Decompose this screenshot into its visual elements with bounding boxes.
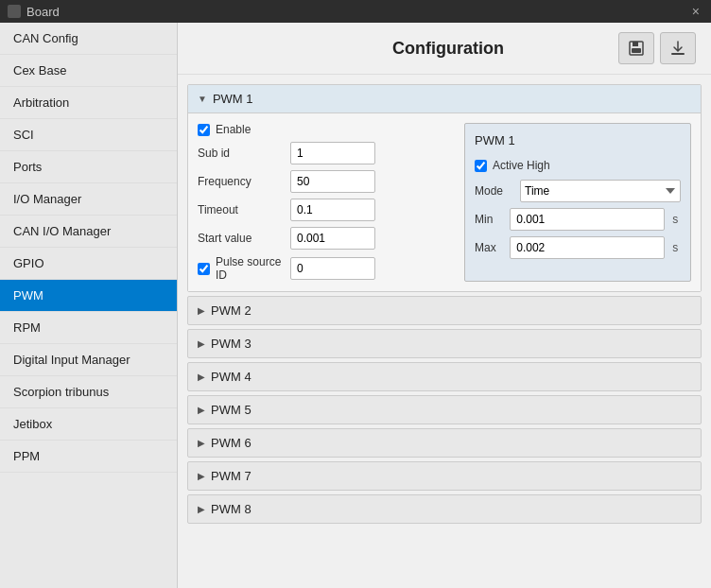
sidebar-item-pwm[interactable]: PWM xyxy=(0,280,177,312)
pwm2-section: ▶ PWM 2 xyxy=(187,296,702,325)
pwm8-arrow-icon: ▶ xyxy=(198,504,205,514)
title-bar-text: Board xyxy=(26,5,60,19)
pwm1-left-form: Enable Sub id Frequency Timeout xyxy=(198,123,449,282)
sidebar-item-ppm[interactable]: PPM xyxy=(0,441,177,473)
max-row: Max s xyxy=(475,236,681,259)
pwm5-title: PWM 5 xyxy=(211,403,251,417)
startvalue-label: Start value xyxy=(198,232,283,245)
startvalue-row: Start value xyxy=(198,227,449,250)
sidebar-item-rpm[interactable]: RPM xyxy=(0,312,177,344)
download-button[interactable] xyxy=(660,32,696,64)
pwm2-header[interactable]: ▶ PWM 2 xyxy=(188,297,701,324)
svg-rect-1 xyxy=(633,42,638,46)
pwm6-title: PWM 6 xyxy=(211,436,251,450)
pwm1-header[interactable]: ▼ PWM 1 xyxy=(188,85,701,112)
pwm4-section: ▶ PWM 4 xyxy=(187,362,702,391)
pulsesourceid-input[interactable] xyxy=(290,257,375,280)
pwm4-arrow-icon: ▶ xyxy=(198,372,205,382)
pwm6-arrow-icon: ▶ xyxy=(198,438,205,448)
pwm8-title: PWM 8 xyxy=(211,502,251,516)
pwm7-arrow-icon: ▶ xyxy=(198,471,205,481)
max-label: Max xyxy=(475,241,502,254)
svg-rect-2 xyxy=(632,48,641,53)
frequency-input[interactable] xyxy=(290,170,375,193)
pwm6-section: ▶ PWM 6 xyxy=(187,428,702,458)
pwm3-section: ▶ PWM 3 xyxy=(187,329,702,358)
timeout-input[interactable] xyxy=(290,199,375,221)
page-title: Configuration xyxy=(278,39,618,59)
min-label: Min xyxy=(475,213,502,226)
pwm7-title: PWM 7 xyxy=(211,469,251,483)
sidebar-item-can-config[interactable]: CAN Config xyxy=(0,23,177,55)
mode-select[interactable]: Time Duty Cycle xyxy=(520,180,681,202)
pwm3-arrow-icon: ▶ xyxy=(198,338,205,349)
close-button[interactable]: × xyxy=(688,4,703,19)
subid-row: Sub id xyxy=(198,142,449,164)
mode-label: Mode xyxy=(475,184,512,198)
sidebar-item-io-manager[interactable]: I/O Manager xyxy=(0,183,177,216)
pwm7-header[interactable]: ▶ PWM 7 xyxy=(188,462,701,490)
content-area: Configuration xyxy=(178,23,711,588)
pwm3-header[interactable]: ▶ PWM 3 xyxy=(188,330,701,357)
mode-row: Mode Time Duty Cycle xyxy=(475,180,681,202)
pwm5-header[interactable]: ▶ PWM 5 xyxy=(188,396,701,424)
sidebar-item-can-io-manager[interactable]: CAN I/O Manager xyxy=(0,216,177,248)
pulsesourceid-row: Pulse source ID xyxy=(198,255,449,282)
enable-label: Enable xyxy=(216,123,251,136)
sidebar-item-gpio[interactable]: GPIO xyxy=(0,248,177,280)
main-container: CAN Config Cex Base Arbitration SCI Port… xyxy=(0,23,711,588)
pulsesourceid-checkbox-wrap: Pulse source ID xyxy=(198,255,283,282)
pwm1-arrow-icon: ▼ xyxy=(198,94,207,104)
pwm4-header[interactable]: ▶ PWM 4 xyxy=(188,363,701,390)
pwm1-title: PWM 1 xyxy=(213,92,253,106)
pwm2-arrow-icon: ▶ xyxy=(198,305,205,316)
activehigh-label: Active High xyxy=(493,159,550,172)
content-header: Configuration xyxy=(178,23,711,75)
activehigh-checkbox[interactable] xyxy=(475,160,487,172)
pwm6-header[interactable]: ▶ PWM 6 xyxy=(188,429,701,457)
header-buttons xyxy=(618,32,696,64)
sidebar: CAN Config Cex Base Arbitration SCI Port… xyxy=(0,23,178,588)
frequency-row: Frequency xyxy=(198,170,449,193)
pwm1-right-title: PWM 1 xyxy=(475,133,681,151)
pwm5-arrow-icon: ▶ xyxy=(198,405,205,415)
title-bar: Board × xyxy=(0,0,711,23)
download-icon xyxy=(669,40,686,57)
sidebar-item-cex-base[interactable]: Cex Base xyxy=(0,55,177,87)
save-button[interactable] xyxy=(618,32,654,64)
max-unit: s xyxy=(672,241,681,254)
min-input[interactable] xyxy=(510,208,665,231)
activehigh-row: Active High xyxy=(475,159,681,172)
sidebar-item-jetibox[interactable]: Jetibox xyxy=(0,408,177,441)
pwm1-right-panel: PWM 1 Active High Mode Time Duty Cycle xyxy=(464,123,691,282)
content-body: ▼ PWM 1 Enable Sub id xyxy=(178,75,711,588)
timeout-label: Timeout xyxy=(198,203,283,216)
enable-checkbox[interactable] xyxy=(198,124,210,136)
timeout-row: Timeout xyxy=(198,199,449,221)
min-unit: s xyxy=(672,213,681,226)
pulsesourceid-checkbox[interactable] xyxy=(198,263,210,275)
sidebar-item-ports[interactable]: Ports xyxy=(0,151,177,183)
save-icon xyxy=(628,40,645,57)
max-input[interactable] xyxy=(510,236,665,259)
pwm1-expanded-content: Enable Sub id Frequency Timeout xyxy=(188,112,701,291)
subid-input[interactable] xyxy=(290,142,375,164)
pwm1-section: ▼ PWM 1 Enable Sub id xyxy=(187,84,702,292)
pwm8-header[interactable]: ▶ PWM 8 xyxy=(188,495,701,523)
pwm8-section: ▶ PWM 8 xyxy=(187,494,702,524)
startvalue-input[interactable] xyxy=(290,227,375,250)
pwm4-title: PWM 4 xyxy=(211,370,251,384)
sidebar-item-digital-input-manager[interactable]: Digital Input Manager xyxy=(0,344,177,376)
sidebar-item-scorpion-tribunus[interactable]: Scorpion tribunus xyxy=(0,376,177,408)
title-bar-left: Board xyxy=(8,5,60,19)
sidebar-item-sci[interactable]: SCI xyxy=(0,119,177,151)
sidebar-item-arbitration[interactable]: Arbitration xyxy=(0,87,177,119)
pwm7-section: ▶ PWM 7 xyxy=(187,461,702,491)
pwm5-section: ▶ PWM 5 xyxy=(187,395,702,424)
subid-label: Sub id xyxy=(198,147,283,160)
app-icon xyxy=(8,5,21,18)
svg-rect-3 xyxy=(671,53,685,55)
frequency-label: Frequency xyxy=(198,175,283,188)
pwm2-title: PWM 2 xyxy=(211,303,251,318)
pulsesourceid-label: Pulse source ID xyxy=(216,255,283,282)
